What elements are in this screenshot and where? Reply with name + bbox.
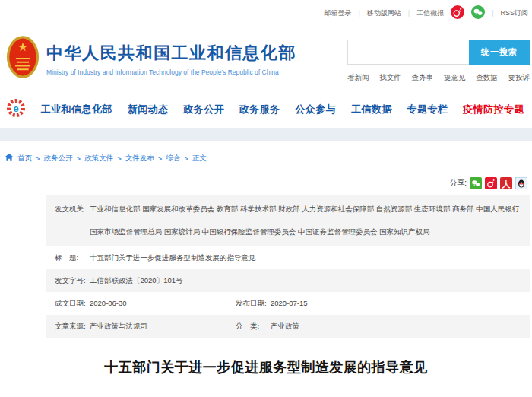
weibo-icon[interactable] <box>451 5 464 21</box>
miit-weibo-link[interactable]: 工信微报 <box>416 8 444 18</box>
breadcrumb-policy-files[interactable]: 政策文件 <box>84 154 113 164</box>
main-nav: e 工业和信息化部 新闻动态 政务公开 政务服务 公众参与 工信数据 专题专栏 … <box>0 91 532 128</box>
breadcrumb-separator: > <box>36 154 40 163</box>
divider: | <box>358 9 359 17</box>
nav-item-special-topics[interactable]: 专题专栏 <box>407 103 448 116</box>
nav-item-epidemic-topic[interactable]: 疫情防控专题 <box>463 103 524 116</box>
share-bar: 分享: 人 <box>0 176 527 190</box>
quick-link-data[interactable]: 查数据 <box>476 73 498 83</box>
share-renren-icon[interactable]: 人 <box>500 177 512 189</box>
meta-value-publish-date: 2020-07-15 <box>271 292 530 315</box>
share-weibo-icon[interactable] <box>485 177 497 189</box>
meta-value-written-date: 2020-06-30 <box>90 292 236 315</box>
meta-row-issuing-agencies: 发文机关: 工业和信息化部 国家发展和改革委员会 教育部 科学技术部 财政部 人… <box>46 195 530 246</box>
meta-row-source-category: 文章来源: 产业政策与法规司 分 类: 产业政策 <box>46 315 530 338</box>
breadcrumb-separator: > <box>117 154 122 163</box>
divider: | <box>408 9 410 17</box>
mobile-site-link[interactable]: 移动版网站 <box>367 8 401 18</box>
quick-link-news[interactable]: 看新闻 <box>347 73 369 83</box>
quick-link-opinions[interactable]: 提意见 <box>444 73 466 83</box>
quick-link-complaints[interactable]: 要投诉 <box>508 73 530 83</box>
meta-row-document-number: 发文字号: 工信部联政法〔2020〕101号 <box>46 269 530 292</box>
brand-text: 中华人民共和国工业和信息化部 Ministry of Industry and … <box>46 42 296 76</box>
meta-label: 分 类: <box>236 315 271 338</box>
article-title: 十五部门关于进一步促进服务型制造发展的指导意见 <box>0 358 532 376</box>
meta-value-issuing-agencies: 工业和信息化部 国家发展和改革委员会 教育部 科学技术部 财政部 人力资源和社会… <box>90 198 530 243</box>
breadcrumb-article[interactable]: 正文 <box>192 154 207 164</box>
quick-link-files[interactable]: 找文件 <box>379 73 401 83</box>
meta-value-source: 产业政策与法规司 <box>90 315 236 338</box>
share-label: 分享: <box>449 178 467 189</box>
national-emblem-icon <box>6 35 40 82</box>
nav-item-ministry[interactable]: 工业和信息化部 <box>41 103 113 116</box>
breadcrumb-home[interactable]: 首页 <box>17 154 32 164</box>
site-brand[interactable]: 中华人民共和国工业和信息化部 Ministry of Industry and … <box>6 26 296 91</box>
nav-bottom-band <box>0 128 532 141</box>
meta-label: 发文字号: <box>55 269 90 292</box>
meta-label: 成文日期: <box>55 292 90 315</box>
document-meta-table: 发文机关: 工业和信息化部 国家发展和改革委员会 教育部 科学技术部 财政部 人… <box>46 195 530 338</box>
breadcrumb-comprehensive[interactable]: 综合 <box>166 154 180 164</box>
meta-label: 标 题: <box>55 246 90 269</box>
site-header: 中华人民共和国工业和信息化部 Ministry of Industry and … <box>0 26 532 91</box>
miit-gear-icon[interactable]: e <box>6 98 26 121</box>
meta-label: 发布日期: <box>236 292 271 315</box>
meta-value-document-number: 工信部联政法〔2020〕101号 <box>90 269 530 292</box>
home-icon[interactable] <box>5 153 14 164</box>
nav-item-news[interactable]: 新闻动态 <box>128 103 169 116</box>
mail-login-link[interactable]: 邮箱登录 <box>324 8 351 18</box>
top-utility-bar: 邮箱登录 | 移动版网站 | 工信微报 | RSS订阅 <box>0 0 532 26</box>
unified-search-button[interactable]: 统一搜索 <box>469 40 530 65</box>
meta-row-title: 标 题: 十五部门关于进一步促进服务型制造发展的指导意见 <box>46 246 530 269</box>
meta-label: 文章来源: <box>55 315 90 338</box>
breadcrumb-gov-disclosure[interactable]: 政务公开 <box>44 154 73 164</box>
svg-text:e: e <box>13 103 18 114</box>
nav-item-data[interactable]: 工信数据 <box>351 103 392 116</box>
breadcrumb: 首页 > 政务公开 > 政策文件 > 文件发布 > 综合 > 正文 <box>5 151 532 166</box>
search-input[interactable] <box>347 40 469 65</box>
breadcrumb-separator: > <box>158 154 163 163</box>
rss-link[interactable]: RSS订阅 <box>500 8 528 18</box>
nav-item-gov-disclosure[interactable]: 政务公开 <box>183 103 224 116</box>
quick-link-services[interactable]: 查办事 <box>412 73 434 83</box>
share-wechat-icon[interactable] <box>470 177 482 189</box>
search-area: 统一搜索 看新闻 找文件 查办事 提意见 查数据 要投诉 <box>347 26 530 91</box>
breadcrumb-file-release[interactable]: 文件发布 <box>125 154 154 164</box>
meta-value-title: 十五部门关于进一步促进服务型制造发展的指导意见 <box>90 246 530 269</box>
share-qzone-icon[interactable] <box>515 177 527 189</box>
divider: | <box>492 9 493 17</box>
nav-item-public-participation[interactable]: 公众参与 <box>295 103 336 116</box>
meta-label: 发文机关: <box>55 198 90 243</box>
site-title: 中华人民共和国工业和信息化部 <box>46 42 296 65</box>
wechat-icon[interactable] <box>471 5 485 21</box>
meta-row-dates: 成文日期: 2020-06-30 发布日期: 2020-07-15 <box>46 292 530 315</box>
breadcrumb-separator: > <box>184 154 188 163</box>
quick-links: 看新闻 找文件 查办事 提意见 查数据 要投诉 <box>347 73 530 83</box>
svg-text:人: 人 <box>502 179 511 189</box>
site-subtitle: Ministry of Industry and Information Tec… <box>46 68 296 76</box>
breadcrumb-separator: > <box>77 154 81 163</box>
meta-value-category: 产业政策 <box>271 315 530 338</box>
nav-item-gov-services[interactable]: 政务服务 <box>239 103 280 116</box>
